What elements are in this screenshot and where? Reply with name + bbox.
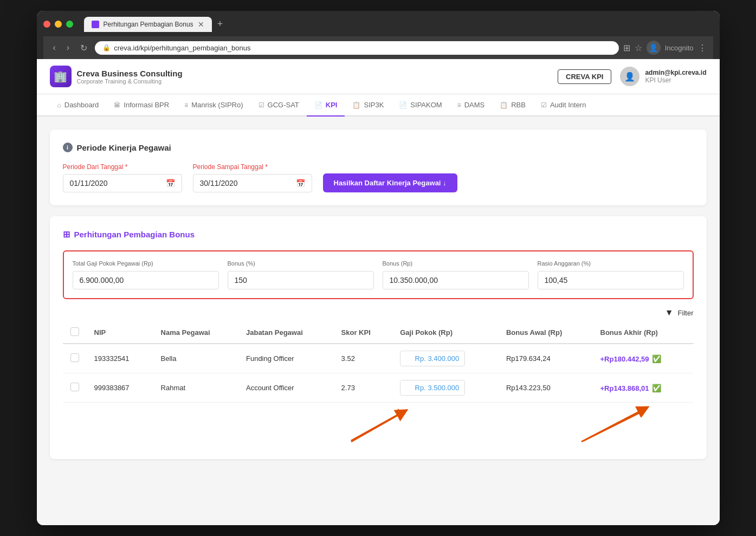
svg-line-5 bbox=[581, 409, 644, 442]
tab-close-icon[interactable]: ✕ bbox=[198, 20, 204, 29]
tab-favicon bbox=[92, 21, 99, 28]
row2-skor: 2.73 bbox=[334, 373, 393, 403]
label-sampai: Periode Sampai Tanggal * bbox=[193, 163, 312, 171]
nav-item-kpi[interactable]: 📄 KPI bbox=[307, 94, 345, 117]
row2-nama: Rahmat bbox=[153, 373, 238, 403]
nav-item-audit-intern[interactable]: ☑ Audit Intern bbox=[533, 94, 594, 117]
user-role: KPI User bbox=[645, 76, 706, 84]
row1-gaji[interactable]: Rp. 3.400.000 bbox=[392, 344, 499, 373]
close-window-button[interactable] bbox=[43, 21, 50, 28]
row1-bonus-awal: Rp179.634,24 bbox=[499, 344, 593, 373]
nav-item-gcg-sat[interactable]: ☑ GCG-SAT bbox=[251, 94, 307, 117]
row2-bonus-akhir: +Rp143.868,01 ✅ bbox=[593, 373, 694, 403]
user-email: admin@kpi.creva.id bbox=[645, 69, 706, 76]
row1-gaji-input[interactable]: Rp. 3.400.000 bbox=[400, 351, 465, 366]
date-input-sampai[interactable]: 30/11/2020 📅 bbox=[193, 174, 312, 192]
nav-item-dams[interactable]: ≡ DAMS bbox=[450, 94, 493, 117]
row2-gaji-input[interactable]: Rp. 3.500.000 bbox=[400, 380, 465, 396]
calendar-icon-sampai: 📅 bbox=[296, 179, 305, 188]
row2-gaji[interactable]: Rp. 3.500.000 bbox=[392, 373, 499, 403]
row2-bonus-akhir-value: +Rp143.868,01 bbox=[600, 384, 649, 392]
company-subtitle: Corporate Training & Consulting bbox=[77, 78, 183, 85]
url-text: creva.id/kpi/perhitungan_pembagian_bonus bbox=[114, 44, 250, 52]
nav-label-sip3k: SIP3K bbox=[364, 101, 384, 109]
input-bonus-rp[interactable] bbox=[383, 271, 529, 289]
dams-icon: ≡ bbox=[457, 101, 461, 109]
nav-label-audit-intern: Audit Intern bbox=[550, 101, 586, 109]
input-total-gaji[interactable] bbox=[73, 271, 219, 289]
refresh-button[interactable]: ↻ bbox=[77, 42, 91, 54]
select-all-checkbox[interactable] bbox=[70, 327, 79, 336]
nav-label-dams: DAMS bbox=[464, 101, 485, 109]
stat-rasio: Rasio Anggaran (%) bbox=[538, 260, 684, 289]
main-content: i Periode Kinerja Pegawai Periode Dari T… bbox=[37, 117, 720, 483]
stats-container: Total Gaji Pokok Pegawai (Rp) Bonus (%) … bbox=[63, 250, 694, 299]
bonus-card-title: ⊞ Perhitungan Pembagian Bonus bbox=[63, 229, 694, 240]
gcg-sat-icon: ☑ bbox=[259, 101, 264, 109]
table-row: 999383867 Rahmat Account Officer 2.73 Rp… bbox=[63, 373, 694, 403]
nav-item-manrisk[interactable]: ≡ Manrisk (SIPRo) bbox=[177, 94, 250, 117]
nav-item-dashboard[interactable]: ⌂ Dashboard bbox=[50, 94, 107, 117]
row2-jabatan: Account Officer bbox=[238, 373, 334, 403]
row1-nip: 193332541 bbox=[87, 344, 153, 373]
label-bonus-rp: Bonus (Rp) bbox=[383, 260, 529, 267]
logo-icon: 🏢 bbox=[50, 66, 72, 87]
nav-label-sipakom: SIPAKOM bbox=[410, 101, 442, 109]
browser-addressbar: ‹ › ↻ 🔒 creva.id/kpi/perhitungan_pembagi… bbox=[43, 36, 713, 59]
col-bonus-awal: Bonus Awal (Rp) bbox=[499, 322, 593, 344]
col-checkbox bbox=[63, 322, 87, 344]
periode-card: i Periode Kinerja Pegawai Periode Dari T… bbox=[50, 130, 707, 205]
input-rasio[interactable] bbox=[538, 271, 684, 289]
forward-button[interactable]: › bbox=[63, 42, 73, 54]
table-body: 193332541 Bella Funding Officer 3.52 Rp.… bbox=[63, 344, 694, 403]
filter-label[interactable]: Filter bbox=[678, 309, 694, 317]
active-tab[interactable]: Perhitungan Pembagian Bonus ✕ bbox=[84, 17, 212, 32]
label-dari: Periode Dari Tanggal * bbox=[63, 163, 182, 171]
nav-item-sip3k[interactable]: 📋 SIP3K bbox=[345, 94, 391, 117]
browser-actions: ⊞ ☆ 👤 Incognito ⋮ bbox=[623, 41, 707, 55]
table-header: NIP Nama Pegawai Jabatan Pegawai Skor KP… bbox=[63, 322, 694, 344]
browser-tabs: Perhitungan Pembagian Bonus ✕ + bbox=[84, 16, 713, 32]
row2-checkbox[interactable] bbox=[70, 383, 79, 391]
nav-label-rbb: RBB bbox=[511, 101, 526, 109]
form-group-dari: Periode Dari Tanggal * 01/11/2020 📅 bbox=[63, 163, 182, 192]
incognito-label: Incognito bbox=[665, 44, 694, 52]
address-bar[interactable]: 🔒 creva.id/kpi/perhitungan_pembagian_bon… bbox=[95, 41, 619, 55]
nav-label-manrisk: Manrisk (SIPRo) bbox=[191, 101, 243, 109]
sip3k-icon: 📋 bbox=[352, 101, 360, 109]
generate-button[interactable]: Hasilkan Daftar Kinerja Pegawai ↓ bbox=[323, 173, 457, 192]
col-nama: Nama Pegawai bbox=[153, 322, 238, 344]
manrisk-icon: ≡ bbox=[184, 101, 188, 109]
nav-item-informasi-bpr[interactable]: 🏛 Informasi BPR bbox=[106, 94, 177, 117]
label-total-gaji: Total Gaji Pokok Pegawai (Rp) bbox=[73, 260, 219, 267]
filter-icon: ▼ bbox=[665, 308, 674, 318]
date-input-dari[interactable]: 01/11/2020 📅 bbox=[63, 174, 182, 192]
form-group-sampai: Periode Sampai Tanggal * 30/11/2020 📅 bbox=[193, 163, 312, 192]
translate-icon[interactable]: ⊞ bbox=[623, 43, 630, 53]
row1-checkbox[interactable] bbox=[70, 353, 79, 362]
rbb-icon: 📋 bbox=[500, 101, 508, 109]
creva-kpi-button[interactable]: CREVA KPI bbox=[558, 69, 611, 84]
periode-title-text: Periode Kinerja Pegawai bbox=[77, 143, 171, 152]
new-tab-button[interactable]: + bbox=[213, 16, 228, 32]
minimize-window-button[interactable] bbox=[55, 21, 62, 28]
kpi-icon: 📄 bbox=[314, 101, 322, 109]
browser-titlebar: Perhitungan Pembagian Bonus ✕ + ‹ › ↻ 🔒 … bbox=[37, 11, 720, 59]
nav-item-sipakom[interactable]: 📄 SIPAKOM bbox=[391, 94, 449, 117]
nav-item-rbb[interactable]: 📋 RBB bbox=[492, 94, 533, 117]
info-icon: i bbox=[63, 143, 73, 152]
maximize-window-button[interactable] bbox=[66, 21, 73, 28]
bookmark-icon[interactable]: ☆ bbox=[635, 43, 642, 53]
back-button[interactable]: ‹ bbox=[50, 42, 59, 54]
dashboard-icon: ⌂ bbox=[57, 101, 61, 109]
audit-intern-icon: ☑ bbox=[541, 101, 547, 109]
label-bonus-pct: Bonus (%) bbox=[228, 260, 374, 267]
bonus-title-text: Perhitungan Pembagian Bonus bbox=[74, 230, 195, 239]
incognito-avatar: 👤 bbox=[647, 41, 661, 55]
main-nav: ⌂ Dashboard 🏛 Informasi BPR ≡ Manrisk (S… bbox=[37, 94, 720, 117]
stat-total-gaji: Total Gaji Pokok Pegawai (Rp) bbox=[73, 260, 219, 289]
input-bonus-pct[interactable] bbox=[228, 271, 374, 289]
col-bonus-akhir: Bonus Akhir (Rp) bbox=[593, 322, 694, 344]
tab-title: Perhitungan Pembagian Bonus bbox=[104, 21, 193, 28]
more-options-icon[interactable]: ⋮ bbox=[698, 43, 707, 53]
